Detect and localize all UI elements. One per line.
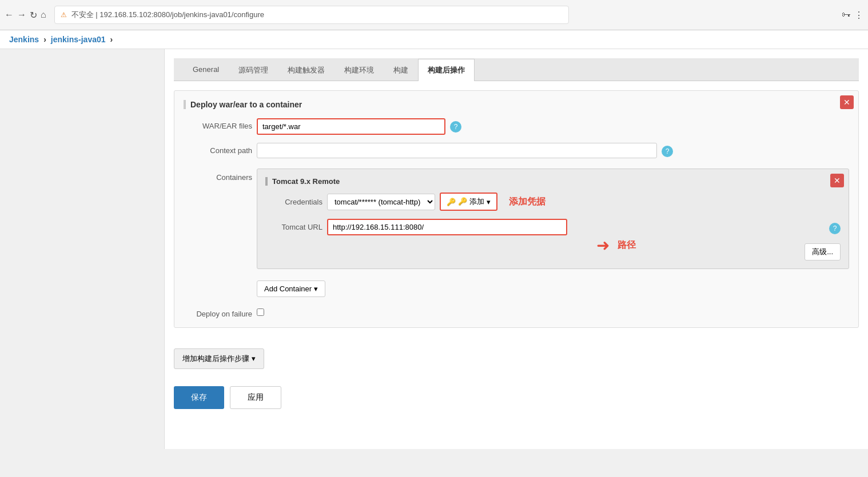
containers-row: Containers ✕ Tomcat 9.x Remote Credentia… — [184, 166, 849, 297]
credentials-row: Credentials tomcat/****** (tomcat-http) … — [265, 193, 841, 211]
arrow-icon: ➜ — [596, 236, 610, 255]
add-container-row: Add Container ▾ — [257, 276, 849, 297]
context-path-label: Context path — [184, 143, 252, 155]
home-button[interactable]: ⌂ — [41, 10, 46, 20]
advanced-button[interactable]: 高级... — [805, 243, 841, 260]
tomcat-url-row: Tomcat URL ➜ 路径 ? — [265, 219, 841, 235]
add-btn-label: 🔑 添加 — [458, 197, 484, 207]
content-area: General 源码管理 构建触发器 构建环境 构建 构建后操作 ✕ Deplo… — [164, 49, 868, 449]
menu-icon: ⋮ — [854, 10, 863, 21]
containers-area: ✕ Tomcat 9.x Remote Credentials tomcat/*… — [257, 166, 849, 297]
credentials-select[interactable]: tomcat/****** (tomcat-http) — [327, 194, 435, 210]
chevron-down-icon: ▾ — [487, 198, 491, 206]
breadcrumb-separator1: › — [43, 35, 46, 44]
containers-label: Containers — [184, 166, 252, 182]
tab-general[interactable]: General — [183, 59, 229, 81]
tabs-bar: General 源码管理 构建触发器 构建环境 构建 构建后操作 — [174, 58, 859, 81]
tomcat-url-area: ➜ 路径 — [327, 219, 567, 235]
breadcrumb-project[interactable]: jenkins-java01 — [51, 35, 106, 44]
add-credentials-button[interactable]: 🔑 🔑 添加 ▾ — [440, 193, 497, 211]
tomcat-url-label: Tomcat URL — [265, 223, 322, 231]
tab-env[interactable]: 构建环境 — [335, 59, 384, 81]
credentials-label: Credentials — [265, 198, 322, 206]
add-annotation-text: 添加凭据 — [509, 196, 546, 208]
tomcat-url-help[interactable]: ? — [829, 223, 841, 234]
key-icon: 🔑 — [447, 198, 456, 206]
war-ear-row: WAR/EAR files ? — [184, 118, 849, 135]
path-annotation-text: 路径 — [618, 239, 636, 251]
tomcat-card-close[interactable]: ✕ — [830, 174, 844, 187]
war-ear-label: WAR/EAR files — [184, 118, 252, 130]
path-annotation-area: ➜ 路径 — [596, 236, 636, 255]
tab-source[interactable]: 源码管理 — [229, 59, 278, 81]
advanced-row: 高级... — [265, 243, 841, 260]
forward-button[interactable]: → — [17, 10, 26, 20]
add-step-button[interactable]: 增加构建后操作步骤 ▾ — [174, 348, 264, 369]
tomcat-card-title: Tomcat 9.x Remote — [265, 177, 841, 186]
breadcrumb-jenkins[interactable]: Jenkins — [9, 35, 39, 44]
back-button[interactable]: ← — [5, 10, 14, 20]
tab-build[interactable]: 构建 — [384, 59, 418, 81]
tomcat-url-input[interactable] — [327, 219, 567, 235]
tab-post[interactable]: 构建后操作 — [418, 59, 475, 81]
deploy-failure-row: Deploy on failure — [184, 306, 849, 318]
save-button[interactable]: 保存 — [174, 386, 224, 409]
context-path-input[interactable] — [257, 143, 657, 158]
sidebar — [0, 49, 164, 449]
context-path-help[interactable]: ? — [662, 146, 673, 157]
action-buttons: 保存 应用 — [174, 386, 859, 409]
add-credentials-area: 🔑 🔑 添加 ▾ 添加凭据 — [440, 193, 546, 211]
key-icon: 🗝 — [842, 10, 851, 20]
add-container-button[interactable]: Add Container ▾ — [257, 280, 325, 297]
address-bar-text: 不安全 | 192.168.15.102:8080/job/jenkins-ja… — [71, 10, 264, 20]
refresh-button[interactable]: ↻ — [30, 10, 37, 21]
war-ear-help[interactable]: ? — [450, 121, 461, 133]
breadcrumb-separator2: › — [110, 35, 113, 44]
tomcat-sub-card: ✕ Tomcat 9.x Remote Credentials tomcat/*… — [257, 169, 849, 269]
war-ear-input[interactable] — [257, 118, 445, 135]
deploy-card-title: Deploy war/ear to a container — [184, 100, 849, 109]
deploy-failure-label: Deploy on failure — [184, 306, 252, 318]
security-warning-icon: ⚠ — [61, 11, 67, 19]
breadcrumb: Jenkins › jenkins-java01 › — [0, 30, 868, 49]
tab-trigger[interactable]: 构建触发器 — [278, 59, 335, 81]
deploy-card-close[interactable]: ✕ — [840, 95, 854, 109]
context-path-row: Context path ? — [184, 143, 849, 158]
apply-button[interactable]: 应用 — [230, 386, 281, 409]
deploy-card: ✕ Deploy war/ear to a container WAR/EAR … — [174, 90, 859, 328]
deploy-failure-checkbox[interactable] — [257, 308, 264, 316]
page-layout: General 源码管理 构建触发器 构建环境 构建 构建后操作 ✕ Deplo… — [0, 49, 868, 449]
